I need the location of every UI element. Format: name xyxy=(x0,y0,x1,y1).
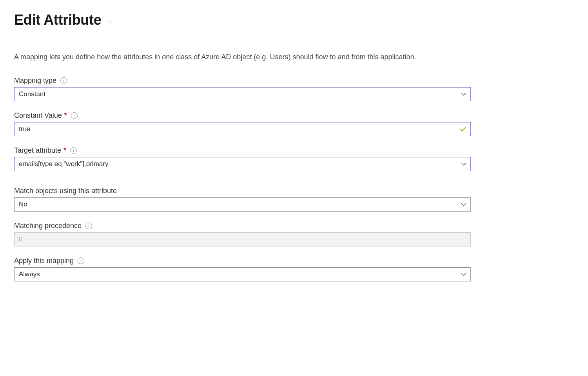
constant-value-text: true xyxy=(19,125,456,133)
match-objects-group: Match objects using this attribute No xyxy=(14,187,471,212)
page-title: Edit Attribute xyxy=(14,12,101,28)
matching-precedence-label: Matching precedence xyxy=(14,222,82,230)
info-icon[interactable]: i xyxy=(70,147,77,154)
target-attribute-label: Target attribute xyxy=(14,146,61,155)
mapping-type-group: Mapping type i Constant xyxy=(14,77,471,101)
chevron-down-icon xyxy=(461,157,466,171)
checkmark-icon xyxy=(459,122,466,136)
page-description: A mapping lets you define how the attrib… xyxy=(14,51,485,63)
constant-value-group: Constant Value * i true xyxy=(14,111,471,136)
mapping-type-value: Constant xyxy=(19,90,456,98)
constant-value-label: Constant Value xyxy=(14,111,62,120)
constant-value-label-row: Constant Value * i xyxy=(14,111,471,120)
mapping-type-label: Mapping type xyxy=(14,77,56,85)
info-icon[interactable]: i xyxy=(71,112,78,119)
constant-value-input[interactable]: true xyxy=(14,122,471,136)
match-objects-dropdown[interactable]: No xyxy=(14,197,471,212)
apply-mapping-group: Apply this mapping i Always xyxy=(14,257,471,281)
spacer xyxy=(14,181,471,187)
target-attribute-value: emails[type eq "work"].primary xyxy=(19,160,456,168)
required-indicator: * xyxy=(64,111,67,120)
mapping-type-label-row: Mapping type i xyxy=(14,77,471,85)
more-actions-icon[interactable]: … xyxy=(108,16,116,24)
matching-precedence-label-row: Matching precedence i xyxy=(14,222,471,230)
required-indicator: * xyxy=(64,146,66,155)
match-objects-label: Match objects using this attribute xyxy=(14,187,117,195)
chevron-down-icon xyxy=(461,198,466,211)
info-icon[interactable]: i xyxy=(78,257,84,264)
target-attribute-dropdown[interactable]: emails[type eq "work"].primary xyxy=(14,157,471,171)
apply-mapping-label: Apply this mapping xyxy=(14,257,74,265)
apply-mapping-dropdown[interactable]: Always xyxy=(14,267,471,281)
apply-mapping-label-row: Apply this mapping i xyxy=(14,257,471,265)
info-icon[interactable]: i xyxy=(85,223,92,229)
apply-mapping-value: Always xyxy=(19,270,456,278)
match-objects-label-row: Match objects using this attribute xyxy=(14,187,471,195)
chevron-down-icon xyxy=(461,88,466,101)
target-attribute-group: Target attribute * i emails[type eq "wor… xyxy=(14,146,471,171)
target-attribute-label-row: Target attribute * i xyxy=(14,146,471,155)
matching-precedence-input: 0 xyxy=(14,232,471,246)
matching-precedence-value: 0 xyxy=(19,235,456,243)
match-objects-value: No xyxy=(19,201,456,208)
info-icon[interactable]: i xyxy=(60,77,67,84)
page-header: Edit Attribute … xyxy=(14,12,574,28)
chevron-down-icon xyxy=(461,268,466,281)
mapping-type-dropdown[interactable]: Constant xyxy=(14,87,471,101)
matching-precedence-group: Matching precedence i 0 xyxy=(14,222,471,246)
form-content: Mapping type i Constant Constant Value *… xyxy=(14,77,471,281)
